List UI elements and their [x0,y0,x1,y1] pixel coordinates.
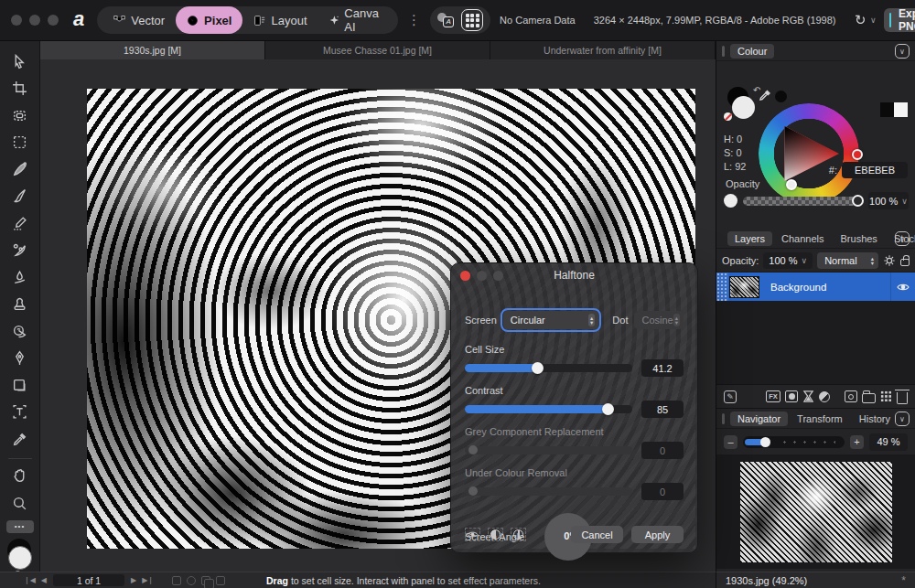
navigator-thumbnail[interactable] [740,462,892,562]
tab-1930s[interactable]: 1930s.jpg [M] [40,41,265,59]
zoom-in-button[interactable]: + [850,435,864,449]
previous-page-icon[interactable]: ◀ [41,576,47,584]
preview-toggle-icon[interactable] [465,528,480,541]
lock-icon[interactable] [900,259,910,266]
adjustment-layer-icon[interactable] [802,390,814,402]
no-colour-icon[interactable] [724,112,732,121]
layers-list-empty-area[interactable] [716,301,915,385]
split-view-icon[interactable] [488,528,503,541]
slider-knob[interactable] [532,362,544,374]
apply-button[interactable]: Apply [631,526,684,543]
marquee-select-tool[interactable] [8,131,32,155]
move-tool[interactable] [8,49,32,73]
cell-size-slider[interactable] [465,364,632,372]
zoom-window-icon[interactable] [48,15,59,26]
live-filter-icon[interactable] [819,391,830,402]
cancel-button[interactable]: Cancel [571,526,623,543]
colour-picker-tool[interactable] [8,427,32,451]
selection-brush-tool[interactable] [8,103,32,127]
layer-opacity-select[interactable]: 100 %∨ [763,252,813,269]
layer-effects-icon[interactable]: FX [766,390,780,402]
last-page-icon[interactable]: ▶❘ [142,576,154,584]
clone-stamp-tool[interactable] [8,293,32,316]
close-window-icon[interactable] [11,15,22,26]
slider-knob[interactable] [602,403,614,415]
new-pattern-layer-icon[interactable] [880,390,892,402]
colour-panel-tab[interactable]: Colour [730,44,774,59]
tab-navigator[interactable]: Navigator [730,412,788,426]
first-page-icon[interactable]: ❘◀ [24,576,36,584]
persona-pixel[interactable]: Pixel [176,6,242,34]
delete-layer-icon[interactable] [897,392,908,404]
tab-transform[interactable]: Transform [790,412,850,426]
primary-colour-swatch[interactable] [732,96,755,119]
contrast-slider[interactable] [465,405,632,413]
panel-grip[interactable] [722,413,725,424]
zoom-out-button[interactable]: – [724,435,737,449]
hue-handle[interactable] [852,149,863,160]
zoom-slider[interactable] [743,436,845,448]
smudge-brush-tool[interactable] [8,265,32,289]
tab-channels[interactable]: Channels [774,231,831,246]
new-pixel-layer-icon[interactable] [845,390,857,402]
assistant-icon[interactable]: A [437,13,454,27]
view-pan-tool[interactable] [8,465,32,488]
tab-musee-chasse[interactable]: Musee Chasse 01.jpg [M] [265,41,490,59]
greyscale-swatches[interactable] [880,102,908,117]
persona-vector[interactable]: Vector [102,6,176,34]
window-controls[interactable] [11,15,59,26]
cell-size-value[interactable]: 41.2 [641,359,684,377]
zoom-knob[interactable] [760,437,770,447]
pixel-pencil-tool[interactable] [8,211,32,235]
toolbar-overflow-menu-icon[interactable]: ⋮ [407,12,421,28]
saturation-lightness-handle[interactable] [786,179,797,190]
panel-grip[interactable] [722,46,725,57]
tab-underwater[interactable]: Underwater from affinity [M] [490,41,716,59]
tab-brushes[interactable]: Brushes [834,231,885,246]
opacity-knob[interactable] [852,195,864,207]
mask-layer-icon[interactable] [785,390,798,402]
paint-brush-tool[interactable] [8,185,32,208]
screen-select[interactable]: Circular ▴▾ [503,311,599,329]
layer-drag-handle[interactable] [716,273,728,301]
next-page-icon[interactable]: ▶ [131,576,136,584]
tab-layers[interactable]: Layers [727,231,772,246]
zoom-value[interactable]: 49 % [869,433,908,451]
text-tool[interactable] [8,401,32,424]
foreground-colour-swatch[interactable] [8,546,32,570]
dialog-window-controls[interactable] [460,271,503,281]
zoom-tool[interactable] [8,491,32,515]
edit-layer-icon[interactable]: ✎ [724,390,737,403]
eyedropper-icon[interactable] [759,89,773,103]
flood-select-brush-tool[interactable] [8,157,32,181]
history-undo-icon[interactable]: ↺ [855,12,867,28]
foreground-background-colour-selector[interactable]: ↶ [5,539,35,572]
hex-input[interactable]: EBEBEB [842,162,908,178]
tab-history[interactable]: History [852,412,898,426]
panel-collapse-chevron-icon[interactable]: ∨ [895,231,910,246]
export-png-button[interactable]: Export PNG [884,8,915,32]
layer-visibility-toggle[interactable] [890,273,915,301]
opacity-swatch[interactable] [724,194,737,208]
hsl-triangle[interactable] [770,114,848,193]
page-indicator[interactable]: 1 of 1 [53,574,124,586]
colour-replacement-brush-tool[interactable] [8,239,32,262]
persona-layout[interactable]: Layout [242,6,318,34]
contrast-value[interactable]: 85 [641,401,684,418]
crop-tool[interactable] [8,77,32,101]
more-tools-button[interactable]: ••• [6,520,34,533]
dialog-close-icon[interactable] [460,271,470,281]
minimize-window-icon[interactable] [29,15,40,26]
opacity-slider[interactable] [743,197,863,206]
dialog-titlebar[interactable]: Halftone [451,263,697,287]
panel-collapse-chevron-icon[interactable]: ∨ [895,412,910,426]
layer-thumbnail[interactable] [729,276,759,298]
mirror-view-icon[interactable] [511,528,526,541]
group-layers-icon[interactable] [862,393,876,403]
blend-mode-select[interactable]: Normal ▴▾ [817,252,878,269]
opacity-value-select[interactable]: 100 %∨ [868,192,909,209]
dodge-burn-brush-tool[interactable] [8,319,32,343]
panel-collapse-chevron-icon[interactable]: ∨ [895,44,910,59]
studio-panels-toggle-icon[interactable] [461,9,483,31]
persona-canva-ai[interactable]: Canva AI [318,6,393,34]
